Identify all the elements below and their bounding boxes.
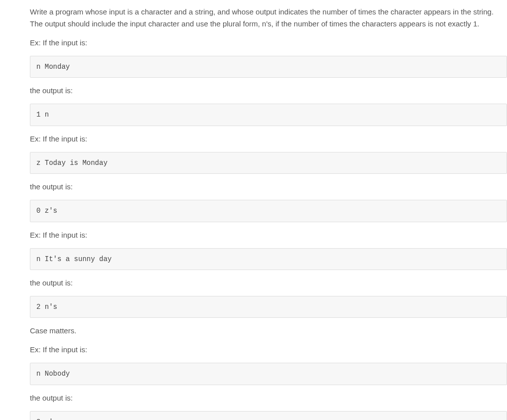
problem-description: Write a program whose input is a charact…	[30, 6, 507, 30]
example-2-output-label: the output is:	[30, 181, 507, 193]
example-3-output-code: 2 n's	[30, 296, 507, 318]
example-2-input-label: Ex: If the input is:	[30, 133, 507, 145]
example-3-output-label: the output is:	[30, 277, 507, 289]
example-4-output-code: 0 n's	[30, 411, 507, 420]
example-4-input-code: n Nobody	[30, 363, 507, 385]
example-1-input-label: Ex: If the input is:	[30, 37, 507, 49]
example-1-output-code: 1 n	[30, 104, 507, 126]
example-2-output-code: 0 z's	[30, 200, 507, 222]
example-4-input-label: Ex: If the input is:	[30, 344, 507, 356]
example-3-input-code: n It's a sunny day	[30, 248, 507, 270]
example-3-input-label: Ex: If the input is:	[30, 229, 507, 241]
example-4-output-label: the output is:	[30, 392, 507, 404]
example-1-output-label: the output is:	[30, 85, 507, 97]
example-1-input-code: n Monday	[30, 56, 507, 78]
example-2-input-code: z Today is Monday	[30, 152, 507, 174]
case-matters-note: Case matters.	[30, 325, 507, 337]
